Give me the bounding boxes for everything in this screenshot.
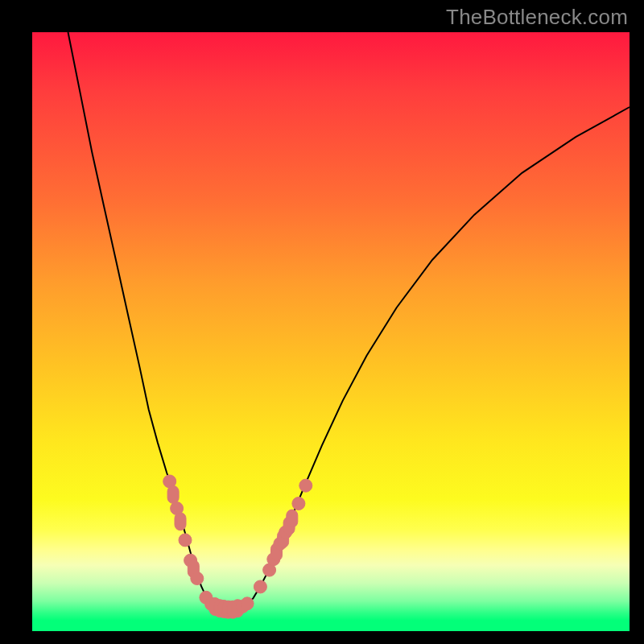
marker-lozenge (287, 510, 298, 527)
marker-dot (292, 497, 305, 510)
bottleneck-curve (68, 32, 630, 609)
marker-dot (254, 580, 266, 593)
curve-overlay (0, 0, 644, 644)
marker-lozenge (167, 485, 179, 503)
marker-dot (191, 572, 204, 585)
marker-dot (179, 534, 192, 547)
marker-dot (241, 597, 254, 610)
marker-lozenge (175, 513, 186, 530)
marker-dot (299, 479, 312, 492)
chart-canvas: TheBottleneck.com (0, 0, 644, 644)
marker-cluster (163, 475, 312, 618)
bottleneck-curve-path (68, 32, 630, 609)
